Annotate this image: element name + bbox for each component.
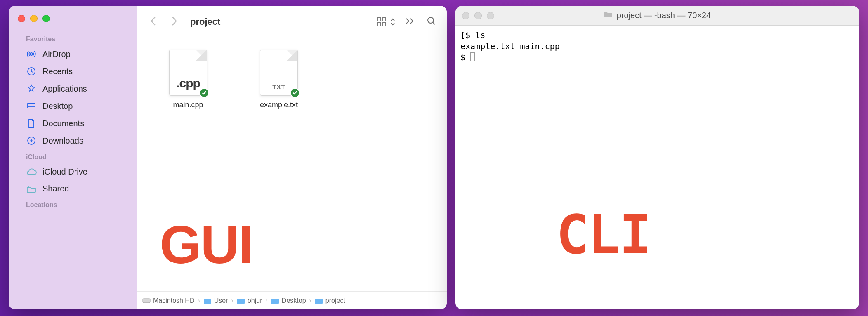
terminal-body[interactable]: [$ ls example.txt main.cpp $ CLI — [455, 26, 859, 309]
cursor-icon — [470, 52, 475, 61]
sidebar-item-recents[interactable]: Recents — [9, 63, 137, 80]
apps-icon — [26, 84, 37, 94]
path-crumb[interactable]: Macintosh HD — [142, 297, 194, 304]
terminal-line: $ — [460, 52, 470, 62]
terminal-line: [$ ls — [460, 30, 485, 40]
svg-point-0 — [30, 53, 33, 55]
cloud-icon — [26, 168, 37, 176]
finder-window: Favorites AirDrop Recents Applications — [9, 6, 447, 309]
svg-rect-7 — [377, 23, 381, 26]
file-icon: TXT — [260, 50, 298, 96]
sidebar-header-locations: Locations — [9, 197, 137, 211]
terminal-line: example.txt main.cpp — [460, 41, 560, 51]
crumb-label: ohjur — [248, 297, 262, 304]
folder-icon — [604, 11, 613, 20]
back-button[interactable] — [146, 14, 160, 30]
view-switcher[interactable] — [376, 16, 396, 28]
svg-rect-10 — [143, 299, 150, 303]
disk-icon — [142, 297, 151, 304]
sidebar-item-label: Shared — [42, 184, 69, 193]
download-icon — [26, 136, 37, 146]
zoom-window-button[interactable] — [487, 12, 494, 19]
window-controls — [9, 15, 137, 31]
file-icon: .cpp — [169, 50, 207, 96]
finder-main: project .cpp main.cpp — [137, 6, 447, 309]
sidebar-item-desktop[interactable]: Desktop — [9, 97, 137, 115]
sidebar-item-downloads[interactable]: Downloads — [9, 132, 137, 149]
shared-folder-icon — [26, 185, 37, 193]
chevron-right-icon: › — [309, 297, 311, 304]
path-crumb[interactable]: project — [315, 297, 345, 304]
path-crumb[interactable]: User — [203, 297, 228, 304]
folder-icon — [237, 297, 245, 304]
minimize-window-button[interactable] — [30, 15, 38, 22]
sidebar-item-label: Desktop — [42, 101, 73, 111]
file-item[interactable]: TXT example.txt — [252, 50, 306, 109]
document-icon — [26, 118, 37, 128]
path-crumb[interactable]: ohjur — [237, 297, 262, 304]
sidebar-item-label: Recents — [42, 67, 73, 76]
cli-label-overlay: CLI — [557, 199, 758, 271]
sidebar-item-label: Downloads — [42, 136, 83, 146]
svg-rect-5 — [377, 18, 381, 21]
sidebar-item-icloud-drive[interactable]: iCloud Drive — [9, 163, 137, 180]
sidebar-item-shared[interactable]: Shared — [9, 180, 137, 197]
file-name: example.txt — [252, 101, 306, 109]
chevron-right-icon: › — [198, 297, 200, 304]
svg-point-4 — [28, 186, 29, 188]
svg-rect-2 — [28, 103, 35, 108]
overflow-button[interactable] — [402, 14, 417, 29]
forward-button[interactable] — [167, 14, 181, 30]
sidebar-item-documents[interactable]: Documents — [9, 115, 137, 132]
terminal-window: project — -bash — 70×24 [$ ls example.tx… — [455, 6, 859, 309]
window-title: project — [190, 17, 220, 27]
sidebar-item-airdrop[interactable]: AirDrop — [9, 45, 137, 63]
close-window-button[interactable] — [462, 12, 469, 19]
finder-sidebar: Favorites AirDrop Recents Applications — [9, 6, 137, 309]
airdrop-icon — [26, 49, 37, 59]
sidebar-item-label: AirDrop — [42, 50, 71, 59]
clock-icon — [26, 66, 37, 76]
terminal-titlebar: project — -bash — 70×24 — [455, 6, 859, 26]
crumb-label: User — [214, 297, 228, 304]
sync-badge-icon — [199, 88, 209, 98]
terminal-title: project — -bash — 70×24 — [617, 11, 711, 20]
sidebar-header-favorites: Favorites — [9, 31, 137, 45]
folder-icon — [315, 297, 323, 304]
svg-rect-6 — [382, 18, 386, 21]
zoom-window-button[interactable] — [42, 15, 50, 22]
chevron-right-icon: › — [266, 297, 268, 304]
file-item[interactable]: .cpp main.cpp — [161, 50, 215, 109]
sidebar-header-icloud: iCloud — [9, 149, 137, 163]
crumb-label: Desktop — [282, 297, 306, 304]
sync-badge-icon — [290, 88, 300, 98]
path-bar: Macintosh HD › User › ohjur › Desktop › … — [137, 291, 447, 309]
file-name: main.cpp — [161, 101, 215, 109]
sidebar-item-applications[interactable]: Applications — [9, 80, 137, 97]
sidebar-item-label: Documents — [42, 119, 84, 128]
chevron-right-icon: › — [231, 297, 234, 304]
crumb-label: Macintosh HD — [153, 297, 194, 304]
path-crumb[interactable]: Desktop — [271, 297, 306, 304]
search-button[interactable] — [424, 13, 439, 31]
svg-point-9 — [428, 17, 434, 23]
svg-rect-8 — [382, 23, 386, 26]
gui-label-overlay: GUI — [160, 214, 252, 276]
crumb-label: project — [326, 297, 345, 304]
file-grid[interactable]: .cpp main.cpp TXT example.txt GUI — [137, 38, 447, 291]
minimize-window-button[interactable] — [474, 12, 482, 19]
desktop-icon — [26, 101, 37, 111]
close-window-button[interactable] — [18, 15, 25, 22]
sidebar-item-label: iCloud Drive — [42, 167, 87, 177]
sidebar-item-label: Applications — [42, 84, 87, 94]
finder-toolbar: project — [137, 6, 447, 38]
folder-icon — [203, 297, 212, 304]
folder-icon — [271, 297, 279, 304]
file-ext-label: .cpp — [170, 76, 207, 90]
